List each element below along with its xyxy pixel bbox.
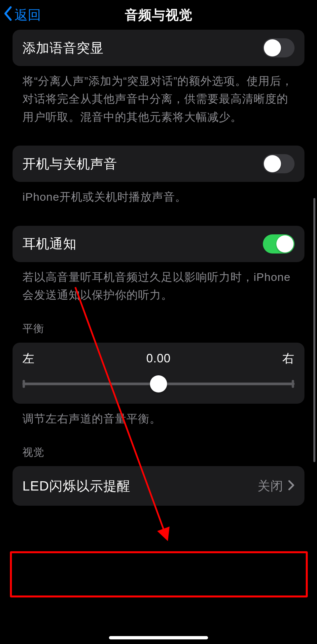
balance-labels: 左 0.00 右 — [22, 351, 295, 367]
chevron-left-icon — [3, 6, 13, 24]
footer-headphone-notify: 若以高音量听耳机音频过久足以影响听力时，iPhone会发送通知以保护你的听力。 — [13, 262, 304, 304]
navbar: 返回 音频与视觉 — [0, 0, 317, 30]
group-power-sound: 开机与关机声音 — [13, 146, 304, 182]
slider-thumb[interactable] — [150, 375, 167, 392]
footer-voice-isolation: 将“分离人声”添加为“突显对话”的额外选项。使用后，对话将完全从其他声音中分离，… — [13, 66, 304, 126]
balance-right-label: 右 — [282, 351, 295, 367]
row-voice-isolation[interactable]: 添加语音突显 — [13, 30, 304, 66]
annotation-highlight-box — [10, 551, 308, 597]
content: 添加语音突显 将“分离人声”添加为“突显对话”的额外选项。使用后，对话将完全从其… — [0, 30, 317, 506]
back-button[interactable]: 返回 — [3, 0, 41, 30]
row-label: 添加语音突显 — [22, 39, 104, 57]
header-balance: 平衡 — [13, 304, 304, 342]
row-power-sound[interactable]: 开机与关机声音 — [13, 146, 304, 182]
group-voice-isolation: 添加语音突显 — [13, 30, 304, 66]
page-title: 音频与视觉 — [125, 6, 193, 24]
balance-value: 0.00 — [146, 352, 171, 365]
row-label: 开机与关机声音 — [22, 155, 117, 173]
balance-slider[interactable] — [22, 377, 295, 391]
group-balance: 左 0.00 右 — [13, 343, 304, 404]
row-label: 耳机通知 — [22, 235, 77, 253]
row-led-flash[interactable]: LED闪烁以示提醒 关闭 — [13, 466, 304, 506]
toggle-knob — [264, 39, 281, 56]
back-label: 返回 — [15, 6, 41, 24]
chevron-right-icon — [288, 480, 295, 492]
balance-left-label: 左 — [22, 351, 35, 367]
toggle-voice-isolation[interactable] — [263, 38, 295, 57]
row-label: LED闪烁以示提醒 — [22, 477, 130, 495]
home-indicator[interactable] — [109, 636, 208, 639]
row-value: 关闭 — [258, 478, 283, 494]
toggle-headphone-notify[interactable] — [263, 234, 295, 254]
scroll-indicator[interactable] — [313, 198, 315, 462]
toggle-power-sound[interactable] — [263, 154, 295, 173]
toggle-knob — [276, 235, 294, 253]
slider-tick-left — [23, 380, 25, 388]
header-visual: 视觉 — [13, 427, 304, 466]
row-headphone-notify[interactable]: 耳机通知 — [13, 226, 304, 262]
footer-balance: 调节左右声道的音量平衡。 — [13, 404, 304, 427]
row-right: 关闭 — [258, 478, 295, 494]
group-headphone-notify: 耳机通知 — [13, 226, 304, 262]
footer-power-sound: iPhone开机或关机时播放声音。 — [13, 182, 304, 206]
slider-tick-right — [292, 380, 294, 388]
toggle-knob — [264, 155, 281, 172]
